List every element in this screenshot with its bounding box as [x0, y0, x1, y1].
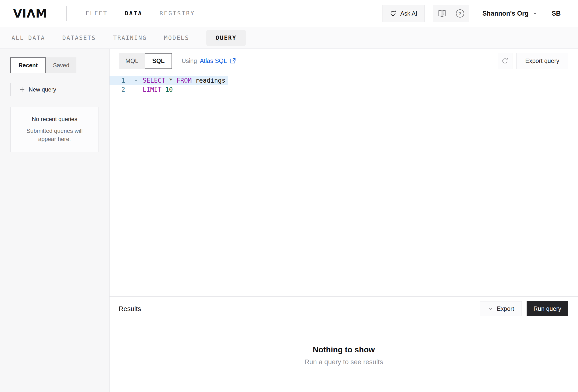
code-text: SELECT * FROM readings: [143, 76, 225, 85]
code-text: LIMIT 10: [143, 85, 173, 94]
recent-queries-empty-state: No recent queries Submitted queries will…: [10, 107, 99, 152]
results-empty-title: Nothing to show: [313, 345, 375, 354]
chevron-down-icon: [488, 306, 493, 311]
new-query-label: New query: [29, 86, 56, 93]
empty-state-subtitle: Submitted queries will appear here.: [20, 127, 89, 143]
app-header: VIΛM FLEET DATA REGISTRY Ask AI: [0, 0, 578, 27]
using-label: Using: [182, 57, 197, 64]
line-number: 2: [109, 85, 129, 94]
results-empty-subtitle: Run a query to see results: [305, 358, 383, 366]
code-line: 1 SELECT * FROM readings: [109, 76, 228, 85]
ai-sparkle-refresh-icon: [390, 10, 397, 17]
book-icon: [437, 9, 447, 18]
header-right-group: Ask AI ? Shannon's Org: [382, 5, 561, 22]
external-link-icon: [230, 58, 236, 64]
org-name: Shannon's Org: [482, 10, 529, 17]
atlas-sql-link-label: Atlas SQL: [200, 57, 227, 64]
user-avatar[interactable]: SB: [552, 10, 561, 17]
export-query-button[interactable]: Export query: [516, 53, 568, 69]
data-section-tabs: ALL DATA DATASETS TRAINING MODELS QUERY: [0, 27, 578, 49]
using-atlas-sql: Using Atlas SQL: [182, 57, 236, 64]
query-main-panel: MQL SQL Using Atlas SQL: [109, 49, 578, 392]
header-divider: [66, 6, 67, 21]
ai-sparkle-refresh-icon: [501, 57, 509, 65]
org-switcher[interactable]: Shannon's Org: [482, 10, 538, 17]
query-language-toggle: MQL SQL: [119, 53, 172, 69]
help-button[interactable]: ?: [451, 5, 469, 22]
results-header: Results Export Run query: [109, 296, 578, 321]
sql-toggle[interactable]: SQL: [145, 53, 172, 69]
chevron-down-icon: [532, 11, 538, 16]
query-sidebar: Recent Saved New query No recent queries…: [0, 49, 109, 392]
fold-spacer: [129, 85, 143, 94]
help-icon-group: ?: [433, 5, 469, 22]
new-query-button[interactable]: New query: [10, 83, 65, 96]
sql-code-editor[interactable]: 1 SELECT * FROM readings 2 LIMIT 10: [109, 73, 578, 296]
recent-tab[interactable]: Recent: [10, 57, 46, 73]
nav-item-fleet[interactable]: FLEET: [86, 10, 108, 17]
ask-ai-label: Ask AI: [400, 10, 417, 17]
results-actions: Export Run query: [480, 301, 568, 316]
atlas-sql-link[interactable]: Atlas SQL: [200, 57, 236, 64]
mql-toggle[interactable]: MQL: [119, 53, 145, 69]
docs-button[interactable]: [433, 5, 451, 22]
empty-state-title: No recent queries: [32, 116, 77, 122]
nav-item-registry[interactable]: REGISTRY: [159, 10, 195, 17]
query-toolbar: MQL SQL Using Atlas SQL: [109, 49, 578, 73]
viam-logo[interactable]: VIΛM: [13, 7, 47, 20]
results-empty-state: Nothing to show Run a query to see resul…: [109, 321, 578, 392]
ask-ai-button[interactable]: Ask AI: [382, 5, 425, 22]
help-question-icon: ?: [456, 9, 464, 17]
tab-models[interactable]: MODELS: [164, 35, 189, 41]
tab-training[interactable]: TRAINING: [113, 35, 147, 41]
plus-icon: [19, 87, 25, 93]
export-results-button[interactable]: Export: [480, 301, 522, 316]
fold-chevron-icon[interactable]: [129, 76, 143, 85]
toolbar-right-group: Export query: [498, 53, 568, 69]
saved-tab[interactable]: Saved: [46, 57, 76, 73]
run-query-button[interactable]: Run query: [527, 301, 568, 316]
results-title: Results: [119, 305, 141, 313]
tab-datasets[interactable]: DATASETS: [62, 35, 96, 41]
line-number: 1: [109, 76, 129, 85]
tab-all-data[interactable]: ALL DATA: [11, 35, 45, 41]
page-body: Recent Saved New query No recent queries…: [0, 49, 578, 392]
code-line: 2 LIMIT 10: [109, 85, 176, 94]
nav-item-data[interactable]: DATA: [125, 10, 143, 17]
primary-nav: FLEET DATA REGISTRY: [86, 10, 195, 17]
export-results-label: Export: [497, 305, 514, 312]
query-list-toggle: Recent Saved: [10, 57, 99, 73]
tab-query[interactable]: QUERY: [206, 30, 245, 46]
ai-regenerate-button[interactable]: [498, 53, 512, 69]
